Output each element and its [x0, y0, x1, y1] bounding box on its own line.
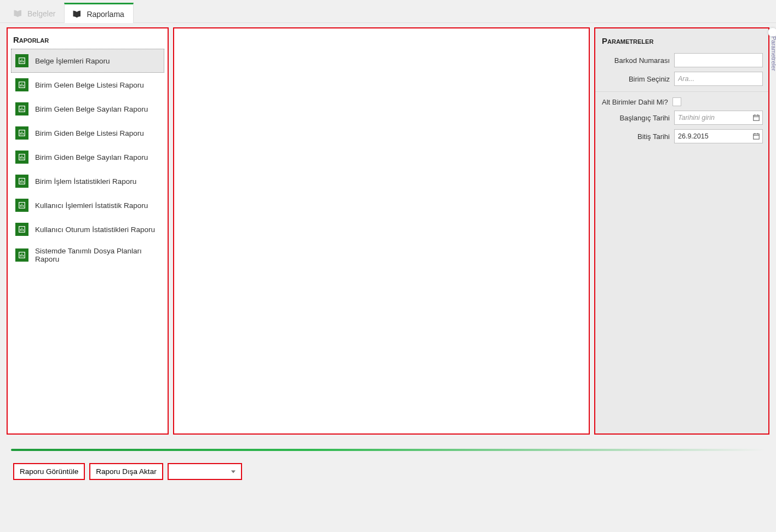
birim-label: Birim Seçiniz: [629, 75, 670, 83]
export-format-select[interactable]: [168, 463, 242, 480]
report-item-label: Birim Gelen Belge Sayıları Raporu: [35, 105, 148, 113]
report-icon: [15, 248, 28, 262]
report-icon: [15, 223, 28, 236]
tab-label: Raporlama: [87, 10, 124, 19]
parameters-flyout-tab[interactable]: Parametreler: [769, 33, 776, 74]
report-icon: [15, 151, 28, 164]
altbirimler-label: Alt Birimler Dahil Mi?: [602, 98, 668, 106]
report-item-label: Kullanıcı Oturum İstatistikleri Raporu: [35, 225, 155, 234]
bottom-toolbar: Raporu Görüntüle Raporu Dışa Aktar: [0, 451, 776, 492]
baslangic-date-input[interactable]: [674, 111, 763, 125]
report-item[interactable]: Kullanıcı İşlemleri İstatistik Raporu: [11, 193, 164, 217]
barkod-input[interactable]: [674, 53, 763, 67]
report-item[interactable]: Birim Giden Belge Sayıları Raporu: [11, 145, 164, 169]
report-item[interactable]: Sistemde Tanımlı Dosya Planları Raporu: [11, 241, 164, 269]
report-item-label: Birim İşlem İstatistikleri Raporu: [35, 177, 136, 186]
report-icon: [15, 78, 28, 91]
tab-label: Belgeler: [27, 9, 55, 18]
tab-raporlama[interactable]: Raporlama: [64, 3, 133, 23]
parameters-title: Parametreler: [595, 28, 768, 51]
report-icon: [15, 54, 28, 67]
bitis-date-input[interactable]: [674, 129, 763, 143]
report-item[interactable]: Birim Gelen Belge Sayıları Raporu: [11, 97, 164, 121]
report-item-label: Birim Giden Belge Sayıları Raporu: [35, 153, 148, 161]
report-item-label: Birim Gelen Belge Listesi Raporu: [35, 81, 144, 89]
bitis-label: Bitiş Tarihi: [637, 132, 670, 141]
baslangic-label: Başlangıç Tarihi: [619, 114, 670, 122]
report-item[interactable]: Birim Giden Belge Listesi Raporu: [11, 121, 164, 145]
param-row-baslangic: Başlangıç Tarihi: [595, 108, 768, 127]
param-row-birim: Birim Seçiniz: [595, 70, 768, 88]
report-preview-area: [173, 27, 590, 435]
report-icon: [15, 102, 28, 115]
main-area: Raporlar Belge İşlemleri Raporu Birim Ge…: [0, 23, 776, 439]
param-row-barkod: Barkod Numarası: [595, 51, 768, 70]
report-item[interactable]: Birim İşlem İstatistikleri Raporu: [11, 169, 164, 193]
parameters-panel: Parametreler Barkod Numarası Birim Seçin…: [594, 27, 769, 435]
report-item-label: Sistemde Tanımlı Dosya Planları Raporu: [35, 247, 150, 263]
reports-title: Raporlar: [8, 28, 168, 49]
report-list: Belge İşlemleri Raporu Birim Gelen Belge…: [8, 49, 168, 272]
report-icon: [15, 126, 28, 140]
birim-input[interactable]: [674, 72, 763, 86]
barkod-label: Barkod Numarası: [614, 56, 670, 65]
param-row-altbirimler: Alt Birimler Dahil Mi?: [595, 91, 768, 108]
book-icon: [72, 10, 82, 19]
tab-bar: Belgeler Raporlama: [0, 0, 776, 23]
report-item[interactable]: Birim Gelen Belge Listesi Raporu: [11, 73, 164, 97]
report-icon: [15, 199, 28, 212]
view-report-button[interactable]: Raporu Görüntüle: [13, 463, 85, 480]
report-item-label: Belge İşlemleri Raporu: [35, 57, 110, 65]
altbirimler-checkbox[interactable]: [672, 97, 681, 106]
report-item[interactable]: Kullanıcı Oturum İstatistikleri Raporu: [11, 217, 164, 241]
reports-panel: Raporlar Belge İşlemleri Raporu Birim Ge…: [7, 27, 169, 435]
param-row-bitis: Bitiş Tarihi: [595, 127, 768, 146]
report-item-label: Birim Giden Belge Listesi Raporu: [35, 129, 144, 137]
book-icon: [13, 9, 23, 18]
tab-belgeler[interactable]: Belgeler: [5, 4, 64, 22]
export-report-button[interactable]: Raporu Dışa Aktar: [89, 463, 163, 480]
report-icon: [15, 175, 28, 188]
report-item[interactable]: Belge İşlemleri Raporu: [11, 49, 164, 73]
report-item-label: Kullanıcı İşlemleri İstatistik Raporu: [35, 201, 148, 210]
